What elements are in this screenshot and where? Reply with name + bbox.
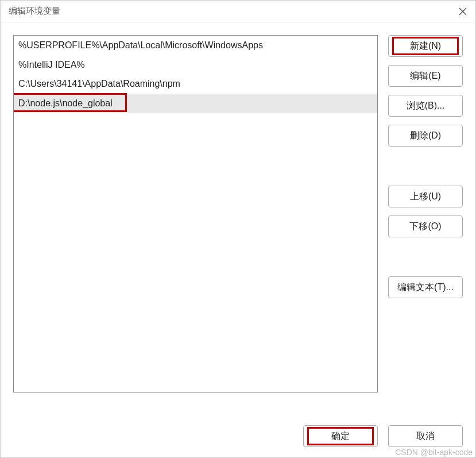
browse-button[interactable]: 浏览(B)... [388, 95, 463, 117]
titlebar: 编辑环境变量 [1, 1, 475, 22]
edit-text-button[interactable]: 编辑文本(T)... [388, 276, 463, 298]
bottom-button-row: 确定 取消 [13, 425, 463, 447]
move-down-button[interactable]: 下移(O) [388, 215, 463, 237]
list-item[interactable]: D:\node.js\node_global [14, 94, 377, 113]
spacer [388, 155, 463, 178]
list-item[interactable]: %USERPROFILE%\AppData\Local\Microsoft\Wi… [14, 36, 377, 55]
new-button[interactable]: 新建(N) [388, 35, 463, 57]
edit-button[interactable]: 编辑(E) [388, 65, 463, 87]
window-title: 编辑环境变量 [9, 6, 60, 17]
delete-button[interactable]: 删除(D) [388, 125, 463, 147]
close-icon[interactable] [458, 7, 467, 16]
side-button-panel: 新建(N) 编辑(E) 浏览(B)... 删除(D) 上移(U) 下移(O) 编… [388, 35, 463, 411]
path-list[interactable]: %USERPROFILE%\AppData\Local\Microsoft\Wi… [13, 35, 378, 392]
spacer [388, 245, 463, 268]
move-up-button[interactable]: 上移(U) [388, 186, 463, 207]
cancel-button[interactable]: 取消 [388, 425, 463, 447]
main-row: %USERPROFILE%\AppData\Local\Microsoft\Wi… [13, 35, 463, 411]
env-var-dialog: 编辑环境变量 %USERPROFILE%\AppData\Local\Micro… [0, 0, 476, 458]
list-item[interactable]: C:\Users\34141\AppData\Roaming\npm [14, 74, 377, 94]
list-item[interactable]: %IntelliJ IDEA% [14, 55, 377, 75]
ok-button[interactable]: 确定 [303, 425, 378, 447]
dialog-content: %USERPROFILE%\AppData\Local\Microsoft\Wi… [1, 22, 475, 457]
